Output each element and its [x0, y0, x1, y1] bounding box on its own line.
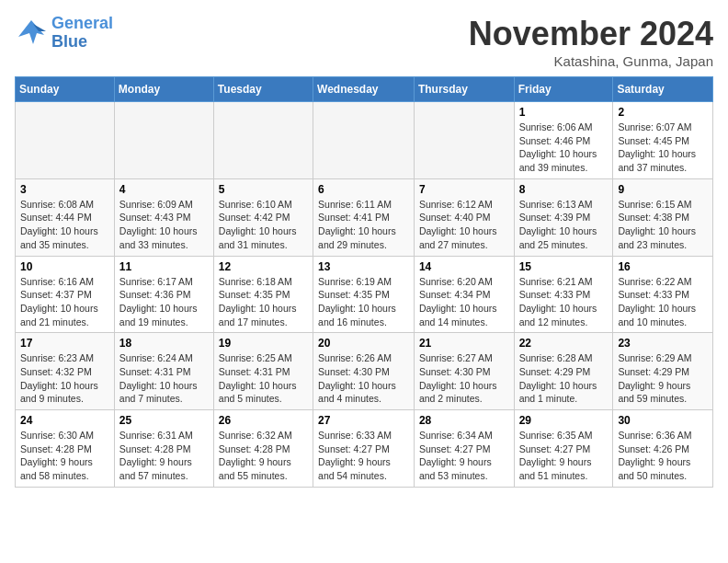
- calendar-cell: 2Sunrise: 6:07 AM Sunset: 4:45 PM Daylig…: [613, 102, 713, 179]
- day-number: 29: [519, 414, 609, 427]
- calendar-cell: 3Sunrise: 6:08 AM Sunset: 4:44 PM Daylig…: [16, 178, 115, 256]
- calendar-week-1: 1Sunrise: 6:06 AM Sunset: 4:46 PM Daylig…: [16, 102, 713, 179]
- calendar-week-2: 3Sunrise: 6:08 AM Sunset: 4:44 PM Daylig…: [16, 178, 713, 256]
- day-number: 24: [20, 414, 109, 427]
- calendar-cell: 21Sunrise: 6:27 AM Sunset: 4:30 PM Dayli…: [414, 333, 514, 410]
- day-info: Sunrise: 6:12 AM Sunset: 4:40 PM Dayligh…: [419, 198, 509, 252]
- calendar-cell: 12Sunrise: 6:18 AM Sunset: 4:35 PM Dayli…: [213, 256, 313, 333]
- day-number: 12: [219, 260, 308, 273]
- calendar-cell: 5Sunrise: 6:10 AM Sunset: 4:42 PM Daylig…: [213, 178, 313, 256]
- calendar-cell: 20Sunrise: 6:26 AM Sunset: 4:30 PM Dayli…: [313, 333, 415, 410]
- calendar-cell: [213, 102, 313, 179]
- calendar-cell: [414, 102, 514, 179]
- logo-icon: [15, 17, 48, 50]
- calendar-header-row: SundayMondayTuesdayWednesdayThursdayFrid…: [16, 77, 713, 102]
- day-number: 1: [519, 106, 609, 119]
- day-number: 27: [318, 414, 409, 427]
- day-info: Sunrise: 6:11 AM Sunset: 4:41 PM Dayligh…: [318, 198, 409, 252]
- day-number: 26: [219, 414, 308, 427]
- calendar-cell: 24Sunrise: 6:30 AM Sunset: 4:28 PM Dayli…: [16, 410, 115, 488]
- logo-text: General Blue: [51, 15, 113, 52]
- day-number: 30: [618, 414, 708, 427]
- day-info: Sunrise: 6:10 AM Sunset: 4:42 PM Dayligh…: [219, 198, 308, 252]
- calendar-cell: 30Sunrise: 6:36 AM Sunset: 4:26 PM Dayli…: [613, 410, 713, 488]
- day-info: Sunrise: 6:18 AM Sunset: 4:35 PM Dayligh…: [219, 275, 308, 329]
- day-info: Sunrise: 6:20 AM Sunset: 4:34 PM Dayligh…: [419, 275, 509, 329]
- day-number: 28: [419, 414, 509, 427]
- day-info: Sunrise: 6:25 AM Sunset: 4:31 PM Dayligh…: [219, 351, 308, 406]
- day-info: Sunrise: 6:16 AM Sunset: 4:37 PM Dayligh…: [20, 275, 109, 329]
- calendar-cell: 6Sunrise: 6:11 AM Sunset: 4:41 PM Daylig…: [313, 178, 415, 256]
- day-number: 8: [519, 183, 609, 196]
- calendar-cell: 13Sunrise: 6:19 AM Sunset: 4:35 PM Dayli…: [313, 256, 415, 333]
- month-title: November 2024: [469, 15, 713, 53]
- day-number: 25: [119, 414, 209, 427]
- logo: General Blue: [15, 15, 113, 52]
- calendar-cell: 17Sunrise: 6:23 AM Sunset: 4:32 PM Dayli…: [16, 333, 115, 410]
- day-number: 16: [618, 260, 708, 273]
- calendar-cell: 28Sunrise: 6:34 AM Sunset: 4:27 PM Dayli…: [414, 410, 514, 488]
- calendar-cell: 18Sunrise: 6:24 AM Sunset: 4:31 PM Dayli…: [114, 333, 213, 410]
- calendar-cell: 15Sunrise: 6:21 AM Sunset: 4:33 PM Dayli…: [514, 256, 613, 333]
- day-number: 17: [20, 337, 109, 350]
- day-info: Sunrise: 6:30 AM Sunset: 4:28 PM Dayligh…: [20, 429, 109, 483]
- day-info: Sunrise: 6:29 AM Sunset: 4:29 PM Dayligh…: [618, 351, 708, 406]
- calendar-cell: 10Sunrise: 6:16 AM Sunset: 4:37 PM Dayli…: [16, 256, 115, 333]
- calendar-cell: 27Sunrise: 6:33 AM Sunset: 4:27 PM Dayli…: [313, 410, 415, 488]
- day-number: 13: [318, 260, 409, 273]
- calendar-week-4: 17Sunrise: 6:23 AM Sunset: 4:32 PM Dayli…: [16, 333, 713, 410]
- day-info: Sunrise: 6:19 AM Sunset: 4:35 PM Dayligh…: [318, 275, 409, 329]
- calendar-cell: 26Sunrise: 6:32 AM Sunset: 4:28 PM Dayli…: [213, 410, 313, 488]
- calendar-cell: 11Sunrise: 6:17 AM Sunset: 4:36 PM Dayli…: [114, 256, 213, 333]
- day-number: 7: [419, 183, 509, 196]
- title-block: November 2024 Katashina, Gunma, Japan: [469, 15, 713, 69]
- header-monday: Monday: [114, 77, 213, 102]
- day-number: 5: [219, 183, 308, 196]
- day-number: 3: [20, 183, 109, 196]
- day-number: 23: [618, 337, 708, 350]
- day-info: Sunrise: 6:21 AM Sunset: 4:33 PM Dayligh…: [519, 275, 609, 329]
- day-info: Sunrise: 6:08 AM Sunset: 4:44 PM Dayligh…: [20, 198, 109, 252]
- day-info: Sunrise: 6:06 AM Sunset: 4:46 PM Dayligh…: [519, 121, 609, 175]
- day-info: Sunrise: 6:15 AM Sunset: 4:38 PM Dayligh…: [618, 198, 708, 252]
- day-info: Sunrise: 6:34 AM Sunset: 4:27 PM Dayligh…: [419, 429, 509, 483]
- day-info: Sunrise: 6:07 AM Sunset: 4:45 PM Dayligh…: [618, 121, 708, 175]
- day-info: Sunrise: 6:09 AM Sunset: 4:43 PM Dayligh…: [119, 198, 209, 252]
- calendar-cell: [114, 102, 213, 179]
- day-number: 2: [618, 106, 708, 119]
- day-number: 10: [20, 260, 109, 273]
- day-number: 18: [119, 337, 209, 350]
- calendar-cell: 19Sunrise: 6:25 AM Sunset: 4:31 PM Dayli…: [213, 333, 313, 410]
- calendar-week-5: 24Sunrise: 6:30 AM Sunset: 4:28 PM Dayli…: [16, 410, 713, 488]
- calendar-cell: 23Sunrise: 6:29 AM Sunset: 4:29 PM Dayli…: [613, 333, 713, 410]
- calendar-table: SundayMondayTuesdayWednesdayThursdayFrid…: [15, 76, 713, 488]
- calendar-cell: 29Sunrise: 6:35 AM Sunset: 4:27 PM Dayli…: [514, 410, 613, 488]
- page-header: General Blue November 2024 Katashina, Gu…: [15, 15, 713, 69]
- header-sunday: Sunday: [16, 77, 115, 102]
- header-thursday: Thursday: [414, 77, 514, 102]
- day-info: Sunrise: 6:31 AM Sunset: 4:28 PM Dayligh…: [119, 429, 209, 483]
- day-info: Sunrise: 6:24 AM Sunset: 4:31 PM Dayligh…: [119, 351, 209, 406]
- calendar-cell: 25Sunrise: 6:31 AM Sunset: 4:28 PM Dayli…: [114, 410, 213, 488]
- day-number: 21: [419, 337, 509, 350]
- calendar-cell: 14Sunrise: 6:20 AM Sunset: 4:34 PM Dayli…: [414, 256, 514, 333]
- day-info: Sunrise: 6:22 AM Sunset: 4:33 PM Dayligh…: [618, 275, 708, 329]
- day-info: Sunrise: 6:27 AM Sunset: 4:30 PM Dayligh…: [419, 351, 509, 406]
- calendar-cell: 4Sunrise: 6:09 AM Sunset: 4:43 PM Daylig…: [114, 178, 213, 256]
- calendar-cell: 9Sunrise: 6:15 AM Sunset: 4:38 PM Daylig…: [613, 178, 713, 256]
- day-info: Sunrise: 6:17 AM Sunset: 4:36 PM Dayligh…: [119, 275, 209, 329]
- header-tuesday: Tuesday: [213, 77, 313, 102]
- calendar-cell: 22Sunrise: 6:28 AM Sunset: 4:29 PM Dayli…: [514, 333, 613, 410]
- calendar-cell: 8Sunrise: 6:13 AM Sunset: 4:39 PM Daylig…: [514, 178, 613, 256]
- day-info: Sunrise: 6:13 AM Sunset: 4:39 PM Dayligh…: [519, 198, 609, 252]
- day-number: 14: [419, 260, 509, 273]
- header-saturday: Saturday: [613, 77, 713, 102]
- day-info: Sunrise: 6:35 AM Sunset: 4:27 PM Dayligh…: [519, 429, 609, 483]
- day-number: 4: [119, 183, 209, 196]
- day-info: Sunrise: 6:36 AM Sunset: 4:26 PM Dayligh…: [618, 429, 708, 483]
- calendar-week-3: 10Sunrise: 6:16 AM Sunset: 4:37 PM Dayli…: [16, 256, 713, 333]
- day-number: 19: [219, 337, 308, 350]
- day-info: Sunrise: 6:26 AM Sunset: 4:30 PM Dayligh…: [318, 351, 409, 406]
- svg-marker-0: [18, 20, 44, 44]
- day-number: 15: [519, 260, 609, 273]
